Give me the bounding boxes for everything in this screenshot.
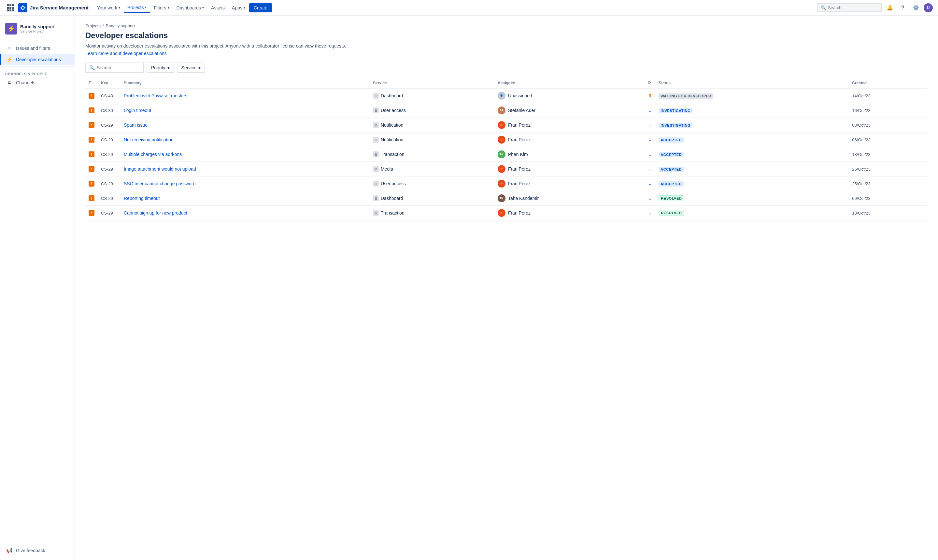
cell-created: 13/Oct/23: [849, 206, 927, 220]
col-created: Created: [849, 78, 927, 88]
priority-icon: ⌄: [648, 210, 652, 215]
cell-service: ⊞ Transaction: [370, 147, 494, 162]
sidebar-item-issues[interactable]: ≡ Issues and filters: [0, 43, 75, 54]
status-badge: INVESTIGATING: [659, 108, 692, 113]
apps-grid-button[interactable]: [5, 3, 15, 13]
created-date: 16/Oct/23: [852, 108, 870, 113]
service-icon: ⊞: [373, 108, 379, 113]
table-row: !CS-29SSO user cannot change password ⊞ …: [85, 177, 927, 191]
created-date: 18/Oct/23: [852, 152, 870, 157]
service-filter-button[interactable]: Service ▾: [177, 63, 205, 73]
sidebar-item-dev-escalations[interactable]: ⚡ Developer escalations: [0, 54, 75, 65]
cell-created: 25/Oct/23: [849, 162, 927, 177]
topnav-right: 🔍 Search 🔔 ? ⚙️ U: [817, 3, 933, 13]
filters-row: 🔍 Priority ▾ Service ▾: [85, 63, 927, 73]
user-avatar[interactable]: U: [924, 3, 933, 12]
issue-key: CS-29: [101, 137, 113, 142]
cell-service: ⊞ Transaction: [370, 206, 494, 220]
issue-summary-link[interactable]: Problem with Paywise transfers: [124, 93, 187, 98]
col-key: Key: [98, 78, 120, 88]
assignee-cell: PK Phan Kim: [497, 151, 642, 158]
nav-apps[interactable]: Apps ▾: [229, 3, 248, 12]
nav-filters[interactable]: Filters ▾: [151, 3, 172, 12]
issue-summary-link[interactable]: Image attachment would not upload: [124, 166, 196, 172]
nav-assets[interactable]: Assets: [208, 3, 228, 12]
search-filter-icon: 🔍: [89, 65, 95, 70]
avatar: FP: [497, 136, 505, 143]
table-row: !CS-29Not receiving notification ⊞ Notif…: [85, 132, 927, 147]
breadcrumb-project-name[interactable]: Banc.ly support: [106, 23, 135, 28]
avatar: FP: [497, 209, 505, 217]
created-date: 25/Oct/23: [852, 167, 870, 172]
avatar: SA: [497, 106, 505, 114]
cell-priority: ⇑: [645, 88, 655, 103]
service-name: Dashboard: [381, 196, 403, 201]
cell-type: !: [85, 177, 98, 191]
issue-type-badge: !: [89, 93, 94, 98]
create-button[interactable]: Create: [249, 3, 272, 12]
issue-summary-link[interactable]: Cannot sign up for new product: [124, 210, 187, 215]
logo[interactable]: Jira Service Management: [18, 3, 89, 12]
cell-priority: ⌄: [645, 103, 655, 118]
cell-key: CS-29: [98, 132, 120, 147]
issue-summary-link[interactable]: Not receiving notification: [124, 137, 174, 142]
help-icon: ?: [901, 5, 904, 11]
cell-type: !: [85, 147, 98, 162]
topnav-menu: Your work ▾ Projects ▾ Filters ▾ Dashboa…: [94, 3, 816, 13]
sidebar-item-channels[interactable]: 🖥 Channels: [0, 77, 75, 88]
cell-assignee: FP Fran Perez: [494, 206, 645, 220]
nav-your-work[interactable]: Your work ▾: [94, 3, 123, 12]
chevron-down-icon: ▾: [168, 6, 169, 9]
cell-assignee: FP Fran Perez: [494, 177, 645, 191]
sidebar-item-feedback[interactable]: 📢 Give feedback: [0, 545, 75, 556]
priority-icon: ⌄: [648, 196, 652, 201]
cell-assignee: SA Stefanie Auer: [494, 103, 645, 118]
page-description: Monitor activity on developer escalation…: [85, 43, 927, 49]
service-cell: ⊞ Dashboard: [373, 93, 491, 98]
issue-type-badge: !: [89, 195, 94, 201]
nav-projects[interactable]: Projects ▾: [124, 3, 150, 13]
issue-summary-link[interactable]: Login timeout: [124, 108, 151, 113]
issue-summary-link[interactable]: Spam issue: [124, 122, 148, 128]
grid-icon: [6, 3, 15, 12]
created-date: 25/Oct/23: [852, 182, 870, 186]
cell-summary: Spam issue: [120, 118, 370, 132]
cell-key: CS-29: [98, 118, 120, 132]
search-box[interactable]: 🔍 Search: [817, 3, 882, 12]
breadcrumb-projects[interactable]: Projects: [85, 23, 101, 28]
cell-type: !: [85, 132, 98, 147]
table-row: !CS-29Multiple charges via add-ons ⊞ Tra…: [85, 147, 927, 162]
breadcrumb: Projects / Banc.ly support: [85, 23, 927, 28]
gear-icon: ⚙️: [913, 5, 919, 11]
issue-type-badge: !: [89, 137, 94, 143]
assignee-name: Fran Perez: [508, 137, 531, 142]
jira-logo-icon: [18, 3, 27, 12]
nav-dashboards[interactable]: Dashboards ▾: [173, 3, 208, 12]
settings-button[interactable]: ⚙️: [911, 3, 921, 13]
cell-summary: Reporting timeout: [120, 191, 370, 206]
learn-more-link[interactable]: Learn more about developer escalations: [85, 51, 167, 56]
search-input[interactable]: [97, 65, 140, 70]
assignee-name: Stefanie Auer: [508, 108, 536, 113]
priority-filter-button[interactable]: Priority ▾: [146, 63, 174, 73]
help-button[interactable]: ?: [898, 3, 908, 13]
cell-created: 06/Oct/23: [849, 132, 927, 147]
priority-icon: ⌄: [648, 108, 652, 113]
cell-assignee: FP Fran Perez: [494, 118, 645, 132]
notifications-button[interactable]: 🔔: [884, 3, 895, 13]
status-badge: ACCEPTED: [659, 182, 684, 186]
priority-icon: ⌄: [648, 152, 652, 157]
service-icon: ⊞: [373, 195, 379, 201]
assignee-cell: FP Fran Perez: [497, 165, 642, 173]
issue-summary-link[interactable]: SSO user cannot change password: [124, 181, 196, 186]
issue-summary-link[interactable]: Multiple charges via add-ons: [124, 152, 182, 157]
cell-service: ⊞ Dashboard: [370, 88, 494, 103]
cell-status: RESOLVED: [655, 191, 849, 206]
cell-priority: ⌄: [645, 118, 655, 132]
cell-priority: ⌄: [645, 177, 655, 191]
channels-icon: 🖥: [6, 80, 13, 86]
cell-service: ⊞ Dashboard: [370, 191, 494, 206]
assignee-name: Fran Perez: [508, 181, 531, 186]
issue-summary-link[interactable]: Reporting timeout: [124, 196, 160, 201]
search-filter[interactable]: 🔍: [85, 63, 144, 73]
